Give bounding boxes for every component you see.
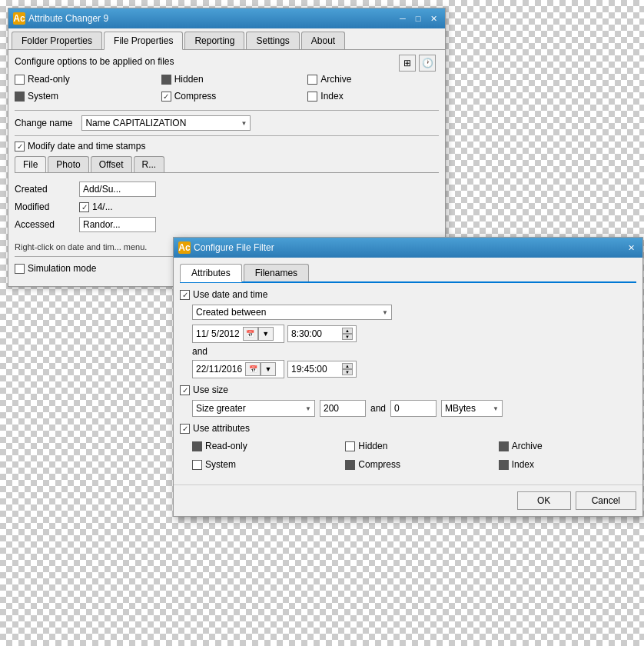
configure-label: Configure options to be applied on files — [15, 56, 439, 67]
filter-index-label: Index — [512, 459, 534, 470]
use-size-row: Use size — [180, 385, 636, 395]
tab-settings[interactable]: Settings — [246, 32, 299, 49]
size-and-label: and — [370, 403, 386, 414]
size-type-dropdown[interactable]: Size greater ▼ — [192, 400, 315, 417]
filter-title-left: Ac Configure File Filter — [178, 241, 274, 254]
filter-archive-checkbox[interactable] — [499, 441, 509, 451]
created-value[interactable]: Add/Su... — [79, 181, 156, 197]
units-dropdown-arrow-icon: ▼ — [493, 405, 499, 412]
filter-hidden-checkbox[interactable] — [345, 441, 355, 451]
tab-photo[interactable]: Photo — [48, 156, 88, 172]
modified-checkbox[interactable] — [79, 202, 89, 212]
simulation-checkbox[interactable] — [15, 264, 25, 274]
main-title-bar: Ac Attribute Changer 9 ─ □ ✕ — [8, 8, 445, 28]
date2-dropdown-icon[interactable]: ▼ — [261, 362, 276, 376]
use-attributes-label: Use attributes — [193, 423, 250, 434]
modify-date-row: Modify date and time stamps — [15, 141, 439, 152]
filter-compress-row: Compress — [345, 459, 483, 470]
index-checkbox[interactable] — [307, 92, 317, 102]
time2-input[interactable]: 19:45:00 ▲ ▼ — [287, 361, 357, 378]
clock-icon[interactable]: 🕐 — [419, 55, 436, 72]
use-size-checkbox[interactable] — [180, 385, 190, 395]
filter-close-button[interactable]: ✕ — [624, 241, 638, 255]
readonly-checkbox[interactable] — [15, 75, 25, 85]
filter-index-checkbox[interactable] — [499, 460, 509, 470]
archive-checkbox[interactable] — [307, 75, 317, 85]
maximize-button[interactable]: □ — [411, 12, 425, 25]
app-icon: Ac — [13, 12, 25, 25]
modify-date-checkbox[interactable] — [15, 142, 25, 152]
filter-readonly-checkbox[interactable] — [192, 441, 202, 451]
use-size-label: Use size — [193, 385, 228, 395]
date1-row: 11/ 5/2012 📅 ▼ 8:30:00 ▲ ▼ and — [192, 325, 636, 378]
filter-app-icon: Ac — [178, 241, 191, 254]
time2-up-button[interactable]: ▲ — [342, 363, 353, 369]
filter-tab-attributes[interactable]: Attributes — [180, 264, 242, 282]
grid-icon[interactable]: ⊞ — [399, 55, 416, 72]
use-attributes-row: Use attributes — [180, 423, 636, 434]
filter-compress-checkbox[interactable] — [345, 460, 355, 470]
filter-archive-label: Archive — [512, 441, 543, 451]
tab-file-properties[interactable]: File Properties — [104, 32, 183, 50]
tab-about[interactable]: About — [301, 32, 345, 49]
accessed-value[interactable]: Randor... — [79, 217, 156, 232]
ok-cancel-bar: OK Cancel — [174, 484, 642, 516]
change-name-label: Change name — [15, 118, 72, 128]
filter-system-checkbox[interactable] — [192, 460, 202, 470]
hidden-checkbox[interactable] — [161, 75, 171, 85]
filter-hidden-row: Hidden — [345, 441, 483, 451]
size-controls-row: Size greater ▼ and MBytes ▼ — [192, 400, 636, 417]
hidden-label: Hidden — [174, 74, 204, 85]
date1-dropdown-icon[interactable]: ▼ — [258, 327, 274, 341]
created-label: Created — [15, 184, 76, 195]
attributes-section-block: Use attributes Read-only Hidden Archive — [180, 423, 636, 472]
size-value-input[interactable] — [320, 400, 366, 417]
tab-reporting[interactable]: Reporting — [184, 32, 244, 49]
date-dropdown-arrow-icon: ▼ — [382, 309, 388, 316]
system-label: System — [28, 91, 58, 102]
attributes-section: Read-only Hidden Archive System Compress — [15, 72, 439, 104]
calendar2-icon[interactable]: 📅 — [245, 362, 261, 376]
accessed-label: Accessed — [15, 219, 76, 230]
date-section: Created Add/Su... Modified 14/... Access… — [15, 176, 439, 238]
right-click-note: Right-click on date and tim... menu. — [15, 242, 184, 251]
tab-offset[interactable]: Offset — [91, 156, 132, 172]
minimize-button[interactable]: ─ — [396, 12, 410, 25]
filter-title-buttons: ✕ — [624, 241, 638, 255]
compress-row: Compress — [161, 91, 293, 102]
readonly-row: Read-only — [15, 74, 146, 85]
date-tab-bar: File Photo Offset R... — [15, 156, 439, 173]
change-name-dropdown[interactable]: Name CAPITALIZATION ▼ — [81, 115, 251, 131]
size-dropdown-arrow-icon: ▼ — [305, 405, 311, 412]
size-units-dropdown[interactable]: MBytes ▼ — [441, 400, 503, 417]
time1-up-button[interactable]: ▲ — [342, 328, 353, 334]
time2-down-button[interactable]: ▼ — [342, 369, 353, 375]
cancel-button[interactable]: Cancel — [576, 491, 636, 510]
index-label: Index — [320, 91, 343, 102]
time1-down-button[interactable]: ▼ — [342, 334, 353, 340]
title-bar-buttons: ─ □ ✕ — [396, 12, 440, 25]
date-range-dropdown[interactable]: Created between ▼ — [192, 305, 392, 320]
filter-tab-filenames[interactable]: Filenames — [244, 264, 309, 281]
date2-input[interactable]: 22/11/2016 📅 ▼ — [192, 360, 284, 378]
close-button[interactable]: ✕ — [427, 12, 440, 25]
size-and-value-input[interactable] — [390, 400, 437, 417]
index-row: Index — [307, 91, 439, 102]
ok-button[interactable]: OK — [517, 491, 571, 510]
tab-r[interactable]: R... — [134, 156, 165, 172]
tab-folder-properties[interactable]: Folder Properties — [12, 32, 102, 49]
date1-input[interactable]: 11/ 5/2012 📅 ▼ — [192, 325, 284, 343]
filter-content: Attributes Filenames Use date and time C… — [174, 258, 642, 484]
separator-2 — [15, 135, 439, 136]
use-date-checkbox[interactable] — [180, 290, 190, 300]
tab-file[interactable]: File — [15, 156, 46, 172]
compress-checkbox[interactable] — [161, 92, 171, 102]
accessed-row: Accessed Randor... — [15, 217, 439, 232]
time1-input[interactable]: 8:30:00 ▲ ▼ — [287, 325, 357, 342]
calendar1-icon[interactable]: 📅 — [243, 327, 258, 341]
readonly-label: Read-only — [28, 74, 70, 85]
change-name-row: Change name Name CAPITALIZATION ▼ — [15, 115, 439, 131]
filter-readonly-label: Read-only — [205, 441, 247, 451]
system-checkbox[interactable] — [15, 92, 25, 102]
use-attributes-checkbox[interactable] — [180, 424, 190, 434]
